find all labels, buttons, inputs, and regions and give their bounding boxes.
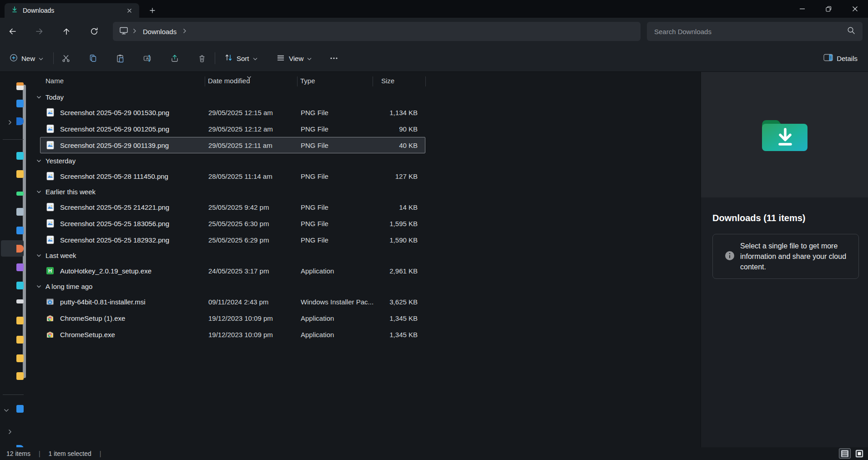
table-row[interactable]: Screenshot 2025-05-29 001139.png29/05/20… [40,137,425,153]
table-row[interactable]: Screenshot 2025-05-28 111450.png28/05/20… [40,168,425,184]
tab-download-icon [11,6,18,15]
breadcrumb-downloads[interactable]: Downloads [141,28,178,35]
file-name: Screenshot 2025-05-25 182932.png [60,236,169,244]
file-size: 127 KB [395,172,418,180]
ahk-file-icon: H [46,267,54,275]
column-header-date-modified[interactable]: Date modified [208,77,250,85]
view-toggles [839,448,865,459]
details-button[interactable]: Details [818,50,863,67]
sidebar-item-icon[interactable] [16,263,24,271]
minimize-button[interactable] [789,0,815,18]
selection-count: 1 item selected [49,450,91,457]
tab-downloads[interactable]: Downloads [5,3,139,18]
search-box[interactable] [647,22,863,41]
downloads-folder-icon [759,114,810,156]
file-type: PNG File [301,236,328,244]
delete-button[interactable] [194,50,210,66]
list-view-toggle[interactable] [839,448,851,459]
group-label: Yesterday [45,157,76,165]
forward-button[interactable] [31,23,48,40]
new-button[interactable]: New [5,50,48,67]
sidebar-item-icon[interactable] [16,299,24,303]
new-button-label: New [21,55,35,62]
sidebar-item-icon[interactable] [16,208,24,216]
column-separator[interactable] [425,76,426,86]
file-name: Screenshot 2025-05-29 001530.png [60,109,169,116]
svg-text:H: H [48,268,52,273]
thumbnail-view-toggle[interactable] [853,448,865,459]
file-size: 1,345 KB [389,331,418,339]
table-row[interactable]: Screenshot 2025-05-29 001530.png29/05/20… [40,104,425,121]
table-row[interactable]: Screenshot 2025-05-29 001205.png29/05/20… [40,121,425,137]
column-separator[interactable] [373,76,373,86]
group-header[interactable]: Last week [31,248,701,263]
view-button[interactable]: View [271,50,317,67]
file-size: 3,625 KB [389,298,418,306]
group-header[interactable]: Yesterday [31,153,701,168]
paste-button[interactable] [112,50,128,66]
share-button[interactable] [167,50,183,66]
sidebar-expand-chevron-icon[interactable] [8,119,12,127]
sidebar-item-icon[interactable] [16,317,24,324]
refresh-button[interactable] [86,23,102,40]
copy-button[interactable] [85,50,101,66]
rename-button[interactable]: A [139,50,156,66]
address-bar[interactable]: Downloads [113,22,641,41]
table-row[interactable]: ChromeSetup (1).exe19/12/2023 10:09 pmAp… [40,310,425,326]
file-name: ChromeSetup (1).exe [60,314,125,322]
group-header[interactable]: A long time ago [31,279,701,293]
sidebar-item-icon[interactable] [16,152,24,160]
window-controls [789,0,868,18]
table-row[interactable]: Screenshot 2025-05-25 214221.png25/05/20… [40,199,425,215]
up-button[interactable] [58,23,75,40]
sidebar-item-icon[interactable] [16,117,24,125]
table-row[interactable]: Screenshot 2025-05-25 182932.png25/05/20… [40,232,425,248]
sidebar-item-icon[interactable] [16,405,24,413]
status-bar: 12 items | 1 item selected | [0,447,868,460]
chevron-down-icon [39,55,43,62]
sidebar-item-icon[interactable] [16,354,24,362]
sidebar-item-icon[interactable] [16,170,24,178]
breadcrumb-chevron-icon [183,27,187,35]
sidebar-item-icon[interactable] [16,100,24,107]
group-chevron-icon [36,187,41,196]
group-chevron-icon [36,282,41,290]
sidebar-item-icon[interactable] [16,227,24,234]
table-row[interactable]: Screenshot 2025-05-25 183056.png25/05/20… [40,215,425,232]
file-date-modified: 19/12/2023 10:09 pm [208,314,273,322]
column-header-size[interactable]: Size [381,77,394,85]
column-header-name[interactable]: Name [45,77,64,85]
sidebar-item-icon[interactable] [16,245,24,253]
sidebar-item-icon[interactable] [16,282,24,289]
group-header[interactable]: Today [31,90,701,104]
sidebar-expand-chevron-icon[interactable] [8,428,12,436]
search-icon[interactable] [847,26,855,36]
more-button[interactable] [324,50,344,66]
sidebar-item-icon[interactable] [16,372,24,380]
restore-button[interactable] [815,0,842,18]
sidebar-item-icon[interactable] [16,82,24,90]
table-row[interactable]: HAutoHotkey_2.0.19_setup.exe24/05/2025 3… [40,263,425,279]
group-label: Earlier this week [45,188,96,196]
search-input[interactable] [654,28,847,35]
file-type: PNG File [301,142,328,149]
sidebar-expand-chevron-icon[interactable] [4,406,9,415]
file-name: ChromeSetup.exe [60,331,115,339]
sort-icon [224,53,233,63]
group-header[interactable]: Earlier this week [31,184,701,199]
back-button[interactable] [4,23,20,40]
column-separator[interactable] [297,76,298,86]
sort-button[interactable]: Sort [219,50,262,67]
chevron-down-icon [253,55,257,62]
column-separator[interactable] [205,76,205,86]
column-header-type[interactable]: Type [300,77,315,85]
sidebar-item-icon[interactable] [16,192,24,196]
status-divider: | [100,450,101,457]
close-button[interactable] [842,0,868,18]
tab-close-icon[interactable] [124,5,135,15]
sidebar-item-icon[interactable] [16,336,24,344]
table-row[interactable]: putty-64bit-0.81-installer.msi09/11/2024… [40,293,425,310]
table-row[interactable]: ChromeSetup.exe19/12/2023 10:09 pmApplic… [40,326,425,343]
new-tab-button[interactable] [146,4,159,17]
cut-button[interactable] [58,50,74,66]
